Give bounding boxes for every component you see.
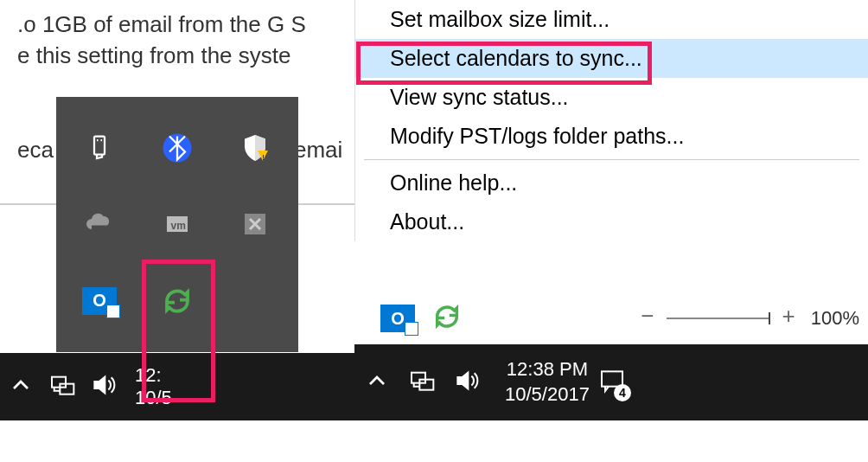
- network-icon[interactable]: [48, 371, 76, 402]
- sync-icon[interactable]: [432, 302, 462, 335]
- menu-separator: [364, 159, 859, 160]
- security-shield-icon[interactable]: !: [220, 114, 290, 182]
- date-text: 10/5: [135, 387, 172, 409]
- menu-about[interactable]: About...: [355, 202, 868, 241]
- usb-icon[interactable]: [65, 114, 134, 182]
- svg-text:!: !: [262, 153, 265, 162]
- date-text: 10/5/2017: [505, 382, 590, 407]
- taskbar-left: 12: 10/5: [0, 353, 354, 420]
- tray-strip-right: O − + 100%: [354, 292, 868, 344]
- svg-rect-10: [419, 380, 433, 390]
- tray-chevron-icon[interactable]: [363, 367, 391, 398]
- svg-text:vm: vm: [171, 220, 186, 232]
- network-adapter-icon[interactable]: [220, 190, 290, 258]
- outlook-icon[interactable]: O: [380, 305, 415, 332]
- svg-rect-8: [60, 384, 73, 395]
- notification-badge: 4: [614, 384, 631, 401]
- zoom-slider[interactable]: [667, 318, 770, 319]
- context-menu: Set mailbox size limit... Select calenda…: [354, 0, 868, 241]
- menu-select-calendars[interactable]: Select calendars to sync...: [355, 39, 868, 78]
- action-center-icon[interactable]: 4: [598, 367, 626, 398]
- svg-rect-0: [94, 137, 105, 155]
- doc-line-3: eca: [17, 134, 54, 165]
- menu-view-sync-status[interactable]: View sync status...: [355, 78, 868, 117]
- menu-modify-pst-paths[interactable]: Modify PST/logs folder paths...: [355, 117, 868, 156]
- volume-icon[interactable]: [453, 367, 481, 398]
- clock-left[interactable]: 12: 10/5: [135, 364, 172, 410]
- zoom-in-button[interactable]: +: [782, 310, 795, 327]
- onedrive-icon[interactable]: [65, 190, 134, 258]
- menu-online-help[interactable]: Online help...: [355, 164, 868, 202]
- outlook-icon[interactable]: O: [65, 267, 134, 335]
- zoom-percent: 100%: [811, 307, 859, 330]
- network-icon[interactable]: [408, 367, 436, 398]
- doc-line-emai: emai: [294, 134, 342, 165]
- time-text: 12:: [135, 364, 172, 387]
- tray-chevron-icon[interactable]: [7, 371, 35, 402]
- svg-rect-9: [412, 373, 425, 383]
- bluetooth-icon[interactable]: [143, 114, 212, 182]
- empty-tray-cell: [220, 267, 290, 335]
- time-text: 12:38 PM: [505, 357, 590, 382]
- vmware-icon[interactable]: vm: [143, 190, 212, 258]
- system-tray-panel: ! vm O: [56, 97, 298, 352]
- doc-line-1: .o 1GB of email from the G S: [17, 9, 306, 40]
- volume-icon[interactable]: [90, 371, 118, 402]
- zoom-controls: − + 100%: [641, 307, 859, 330]
- doc-line-2: e this setting from the syste: [17, 40, 306, 71]
- taskbar-right: 12:38 PM 10/5/2017 4: [354, 344, 868, 420]
- sync-icon[interactable]: [143, 267, 212, 335]
- svg-rect-7: [52, 377, 66, 388]
- menu-set-mailbox-size[interactable]: Set mailbox size limit...: [355, 0, 868, 39]
- clock-right[interactable]: 12:38 PM 10/5/2017: [505, 357, 590, 407]
- document-text: .o 1GB of email from the G S e this sett…: [17, 9, 306, 72]
- zoom-out-button[interactable]: −: [641, 310, 654, 327]
